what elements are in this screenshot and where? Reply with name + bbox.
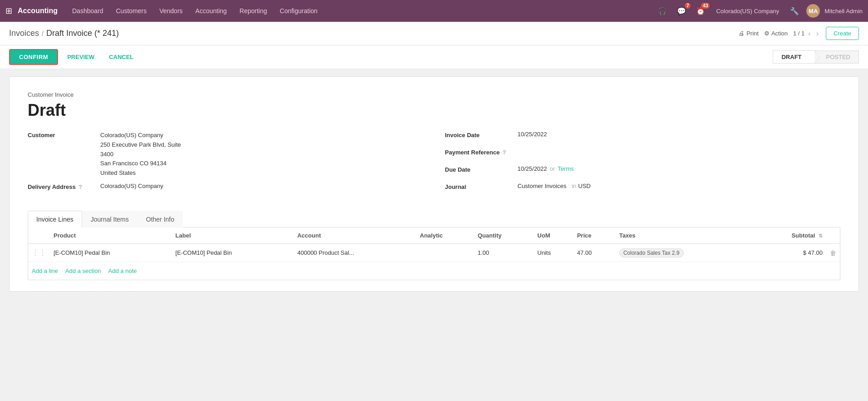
cell-tax: Colorado Sales Tax 2.9: [616, 244, 753, 262]
status-bar: DRAFT POSTED: [773, 50, 859, 64]
table-row: ⋮⋮ [E-COM10] Pedal Bin [E-COM10] Pedal B…: [28, 244, 840, 262]
col-taxes: Taxes: [616, 228, 753, 244]
prev-page-button[interactable]: ‹: [806, 29, 812, 39]
status-draft: DRAFT: [773, 50, 814, 64]
due-date-value[interactable]: 10/25/2022: [518, 165, 547, 172]
print-button[interactable]: 🖨 Print: [739, 30, 759, 37]
terms-link[interactable]: Terms: [558, 165, 574, 172]
cell-delete: 🗑: [826, 244, 840, 262]
customer-label: Customer: [28, 131, 100, 139]
cell-uom[interactable]: Units: [534, 244, 573, 262]
print-icon: 🖨: [739, 30, 745, 37]
invoice-date-row: Invoice Date 10/25/2022: [445, 131, 841, 144]
settings-icon[interactable]: 🔧: [787, 4, 802, 18]
col-price: Price: [574, 228, 616, 244]
due-date-value-group: 10/25/2022 or Terms: [518, 165, 841, 172]
customer-addr3: San Francisco CO 94134: [100, 159, 423, 168]
delivery-help-icon[interactable]: ?: [78, 184, 82, 190]
journal-value[interactable]: Customer Invoices: [518, 183, 567, 189]
username[interactable]: Mitchell Admin: [824, 8, 863, 15]
confirm-button[interactable]: CONFIRM: [9, 49, 58, 65]
col-account: Account: [294, 228, 416, 244]
tab-journal-items[interactable]: Journal Items: [82, 211, 137, 228]
grid-icon[interactable]: ⊞: [5, 6, 12, 16]
due-date-row: Due Date 10/25/2022 or Terms: [445, 165, 841, 178]
sort-icon[interactable]: ⇅: [819, 233, 823, 238]
nav-reporting[interactable]: Reporting: [234, 5, 273, 17]
journal-currency[interactable]: USD: [578, 183, 590, 189]
tab-content-invoice-lines: Product Label Account Analytic Quantity: [28, 228, 840, 280]
invoice-date-value[interactable]: 10/25/2022: [518, 131, 841, 138]
due-date-label: Due Date: [445, 165, 518, 173]
tabs: Invoice Lines Journal Items Other Info: [28, 211, 840, 228]
col-product: Product: [50, 228, 172, 244]
clock-icon[interactable]: ⏰ 43: [693, 4, 708, 18]
cell-analytic[interactable]: [416, 244, 474, 262]
row-drag-handle[interactable]: ⋮⋮: [28, 244, 50, 262]
top-navigation: ⊞ Accounting Dashboard Customers Vendors…: [0, 0, 868, 22]
cell-subtotal: $ 47.00: [753, 244, 826, 262]
clock-badge: 43: [701, 3, 710, 9]
payment-ref-help-icon[interactable]: ?: [503, 149, 506, 156]
customer-name: Colorado(US) Company: [100, 131, 423, 140]
nav-accounting[interactable]: Accounting: [190, 5, 232, 17]
nav-vendors[interactable]: Vendors: [154, 5, 188, 17]
col-drag-handle: [28, 228, 50, 244]
cell-label[interactable]: [E-COM10] Pedal Bin: [172, 244, 294, 262]
tab-other-info[interactable]: Other Info: [137, 211, 183, 228]
col-subtotal: Subtotal ⇅: [753, 228, 826, 244]
customer-addr4: United States: [100, 168, 423, 178]
nav-dashboard[interactable]: Dashboard: [67, 5, 109, 17]
payment-ref-row: Payment Reference ?: [445, 148, 841, 161]
chat-icon[interactable]: 💬 7: [674, 4, 689, 18]
next-page-button[interactable]: ›: [814, 29, 820, 39]
delete-row-icon[interactable]: 🗑: [830, 249, 836, 257]
preview-button[interactable]: PREVIEW: [62, 50, 100, 64]
col-analytic: Analytic: [416, 228, 474, 244]
brand-name[interactable]: Accounting: [18, 7, 58, 15]
pagination-count: 1 / 1: [793, 30, 804, 37]
delivery-value: Colorado(US) Company: [100, 183, 423, 189]
print-label: Print: [746, 30, 759, 37]
form-right-col: Invoice Date 10/25/2022 Payment Referenc…: [445, 131, 841, 200]
company-name[interactable]: Colorado(US) Company: [716, 8, 779, 15]
support-icon[interactable]: 🎧: [655, 4, 670, 18]
customer-addr2: 3400: [100, 150, 423, 159]
nav-configuration[interactable]: Configuration: [275, 5, 323, 17]
chat-badge: 7: [685, 3, 691, 9]
create-button[interactable]: Create: [826, 27, 859, 40]
journal-row: Journal Customer Invoices in USD: [445, 183, 841, 195]
main-content: Customer Invoice Draft Customer Colorado…: [0, 69, 868, 387]
drag-handle-icon[interactable]: ⋮⋮: [32, 249, 46, 257]
journal-value-group: Customer Invoices in USD: [518, 183, 841, 189]
col-label: Label: [172, 228, 294, 244]
form-left-col: Customer Colorado(US) Company 250 Execut…: [28, 131, 423, 200]
form-grid: Customer Colorado(US) Company 250 Execut…: [28, 131, 840, 200]
action-button[interactable]: ⚙ Action: [764, 30, 788, 37]
invoice-title: Draft: [28, 101, 840, 120]
nav-customers[interactable]: Customers: [111, 5, 152, 17]
tab-invoice-lines[interactable]: Invoice Lines: [28, 211, 82, 228]
breadcrumb-actions: 🖨 Print ⚙ Action 1 / 1 ‹ › Create: [739, 27, 859, 40]
payment-ref-label: Payment Reference ?: [445, 148, 518, 156]
add-line-link[interactable]: Add a line: [32, 267, 58, 274]
topnav-icons-group: 🎧 💬 7 ⏰ 43 Colorado(US) Company 🔧 MA Mit…: [655, 4, 863, 18]
cell-product[interactable]: [E-COM10] Pedal Bin: [50, 244, 172, 262]
cancel-button[interactable]: CANCEL: [103, 50, 139, 64]
user-avatar[interactable]: MA: [806, 4, 820, 18]
pagination: 1 / 1 ‹ ›: [793, 29, 820, 39]
status-draft-arrow-inner: [814, 51, 819, 63]
col-quantity: Quantity: [474, 228, 534, 244]
invoice-date-label: Invoice Date: [445, 131, 518, 139]
cell-account[interactable]: 400000 Product Sal...: [294, 244, 416, 262]
cell-price[interactable]: 47.00: [574, 244, 616, 262]
col-delete: [826, 228, 840, 244]
toolbar: CONFIRM PREVIEW CANCEL DRAFT POSTED: [0, 45, 868, 69]
add-section-link[interactable]: Add a section: [65, 267, 101, 274]
breadcrumb-parent[interactable]: Invoices: [9, 29, 39, 38]
delivery-label: Delivery Address ?: [28, 183, 100, 190]
journal-label: Journal: [445, 183, 518, 190]
add-note-link[interactable]: Add a note: [108, 267, 137, 274]
cell-quantity[interactable]: 1.00: [474, 244, 534, 262]
tax-badge[interactable]: Colorado Sales Tax 2.9: [619, 248, 684, 257]
